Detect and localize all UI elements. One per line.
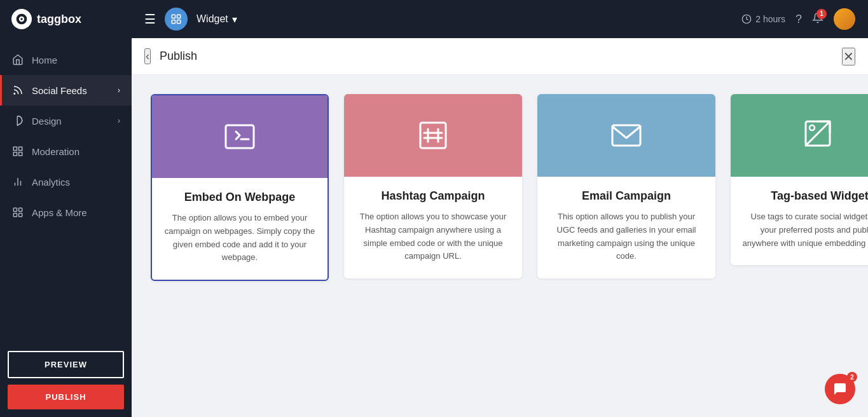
- close-button[interactable]: ✕: [842, 48, 855, 65]
- svg-rect-14: [13, 214, 17, 217]
- card-tag-title: Tag-based Widget: [742, 189, 868, 203]
- card-hashtag-body: Hashtag Campaign The option allows you t…: [344, 177, 522, 278]
- chevron-right-icon-design: ›: [118, 116, 120, 125]
- hamburger-icon[interactable]: ☰: [144, 11, 156, 27]
- sidebar-bottom: PREVIEW PUBLISH: [0, 343, 132, 417]
- card-embed-webpage[interactable]: Embed On Webpage The option allows you t…: [151, 94, 329, 281]
- card-email-desc: This option allows you to publish your U…: [549, 210, 704, 263]
- notification-badge: 1: [816, 9, 827, 19]
- svg-rect-5: [19, 147, 22, 150]
- card-email-title: Email Campaign: [549, 189, 704, 203]
- card-email-image: [537, 94, 715, 177]
- sidebar-item-analytics[interactable]: Analytics: [0, 167, 132, 197]
- svg-rect-12: [19, 208, 22, 211]
- moderation-icon: [11, 145, 24, 158]
- widget-chevron-icon: ▾: [232, 13, 237, 25]
- card-tag-desc: Use tags to curate social widgets with y…: [742, 210, 868, 250]
- card-embed-body: Embed On Webpage The option allows you t…: [152, 178, 327, 280]
- card-tag-widget[interactable]: Tag-based Widget Use tags to curate soci…: [731, 94, 868, 265]
- svg-rect-7: [13, 153, 17, 156]
- widget-icon: [165, 8, 188, 31]
- chat-badge: 2: [847, 372, 857, 382]
- analytics-icon: [11, 175, 24, 188]
- notification-bell[interactable]: 1: [812, 12, 823, 27]
- clock-icon: [741, 14, 752, 24]
- logo-icon: [11, 9, 32, 29]
- sidebar-item-apps-more[interactable]: Apps & More: [0, 197, 132, 228]
- chat-bubble[interactable]: 2: [825, 374, 855, 404]
- sidebar-item-apps-more-label: Apps & More: [32, 207, 87, 218]
- publish-button[interactable]: PUBLISH: [8, 385, 124, 409]
- time-display: 2 hours: [741, 14, 785, 24]
- sidebar-item-design-label: Design: [32, 116, 62, 126]
- svg-rect-27: [612, 125, 640, 146]
- card-tag-body: Tag-based Widget Use tags to curate soci…: [731, 177, 868, 265]
- publish-title: Publish: [160, 50, 197, 63]
- topbar-right: 2 hours ? 1: [741, 8, 855, 30]
- widget-label[interactable]: Widget ▾: [196, 13, 237, 25]
- svg-rect-16: [177, 15, 181, 18]
- card-embed-title: Embed On Webpage: [163, 191, 316, 204]
- sidebar-item-analytics-label: Analytics: [32, 177, 70, 188]
- sidebar-item-home[interactable]: Home: [0, 44, 132, 75]
- logo-text: taggbox: [37, 13, 81, 26]
- card-email-campaign[interactable]: Email Campaign This option allows you to…: [537, 94, 715, 278]
- sidebar-item-design[interactable]: Design ›: [0, 106, 132, 136]
- card-tag-image: [731, 94, 868, 177]
- rss-icon: [11, 84, 24, 97]
- svg-rect-18: [172, 20, 175, 24]
- help-icon[interactable]: ?: [796, 13, 802, 26]
- main-area: ☰ Widget ▾ 2 hours ?: [132, 0, 868, 417]
- card-hashtag-desc: The option allows you to showcase your H…: [355, 210, 511, 263]
- cards-container: Embed On Webpage The option allows you t…: [132, 75, 868, 417]
- card-hashtag-title: Hashtag Campaign: [355, 189, 511, 203]
- card-embed-desc: The option allows you to embed your camp…: [163, 212, 316, 264]
- content-area: ‹ Publish ✕ Embed On Webpage The option …: [132, 38, 868, 417]
- svg-rect-17: [177, 20, 181, 24]
- chevron-right-icon: ›: [118, 86, 120, 95]
- back-button[interactable]: ‹: [144, 48, 151, 64]
- sidebar-item-moderation[interactable]: Moderation: [0, 136, 132, 167]
- card-embed-image: [152, 95, 327, 178]
- svg-rect-13: [19, 214, 22, 217]
- svg-rect-15: [172, 15, 175, 18]
- preview-button[interactable]: PREVIEW: [8, 351, 124, 378]
- publish-header: ‹ Publish ✕: [132, 38, 868, 75]
- sidebar-item-home-label: Home: [32, 55, 57, 65]
- sidebar-item-social-feeds[interactable]: Social Feeds ›: [0, 75, 132, 106]
- logo: taggbox: [0, 0, 132, 38]
- svg-rect-11: [13, 208, 17, 211]
- svg-point-3: [14, 93, 15, 95]
- svg-rect-22: [420, 123, 446, 148]
- svg-rect-4: [13, 147, 17, 150]
- design-icon: [11, 114, 24, 127]
- sidebar-item-moderation-label: Moderation: [32, 146, 79, 157]
- svg-point-2: [20, 18, 22, 20]
- apps-icon: [11, 206, 24, 219]
- home-icon: [11, 53, 24, 66]
- sidebar-nav: Home Social Feeds › Design: [0, 38, 132, 343]
- card-email-body: Email Campaign This option allows you to…: [537, 177, 715, 278]
- card-hashtag-image: [344, 94, 522, 177]
- user-avatar[interactable]: [834, 8, 855, 30]
- svg-rect-6: [19, 153, 22, 156]
- svg-point-29: [809, 125, 815, 130]
- time-value: 2 hours: [755, 14, 785, 24]
- topbar: ☰ Widget ▾ 2 hours ?: [132, 0, 868, 38]
- card-hashtag-campaign[interactable]: Hashtag Campaign The option allows you t…: [344, 94, 522, 278]
- sidebar: taggbox Home Social Feeds ›: [0, 0, 132, 417]
- sidebar-item-social-feeds-label: Social Feeds: [32, 85, 87, 96]
